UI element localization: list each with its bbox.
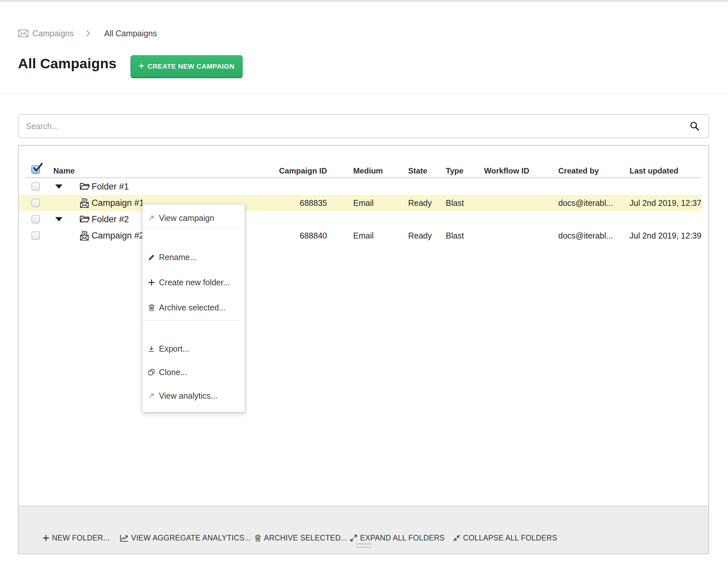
last-updated-cell: Jul 2nd 2019, 12:37:	[630, 198, 702, 208]
menu-item-view-analytics[interactable]: View analytics...	[143, 384, 245, 407]
footer-expand-all-folders-button[interactable]: EXPAND ALL FOLDERS	[350, 534, 445, 542]
menu-item-label: Export...	[159, 344, 189, 353]
select-all-checkbox[interactable]	[31, 165, 40, 174]
plus-icon	[147, 280, 155, 285]
menu-item-clone[interactable]: Clone...	[143, 360, 245, 384]
menu-item-label: Create new folder...	[159, 278, 230, 287]
medium-cell: Email	[353, 198, 374, 208]
page-title: All Campaigns	[18, 56, 116, 72]
type-cell: Blast	[446, 198, 464, 208]
trash-icon	[255, 535, 261, 541]
footer-archive-selected-button[interactable]: ARCHIVE SELECTED...	[255, 534, 347, 542]
menu-item-archive-selected[interactable]: Archive selected...	[143, 295, 245, 320]
campaigns-table: Name Campaign ID Medium State Type Workf…	[18, 145, 709, 554]
create-button-label: CREATE NEW CAMPAIGN	[147, 62, 234, 70]
menu-item-view-campaign[interactable]: View campaign	[143, 209, 245, 228]
row-checkbox[interactable]	[31, 199, 40, 207]
clone-icon	[147, 369, 155, 375]
all-campaigns-page: Campaigns All Campaigns All Campaigns + …	[0, 0, 728, 564]
type-cell: Blast	[446, 231, 464, 241]
menu-item-label: View campaign	[159, 214, 214, 223]
state-cell: Ready	[408, 231, 432, 241]
expand-icon	[350, 535, 357, 541]
state-cell: Ready	[408, 198, 432, 208]
last-updated-cell: Jul 2nd 2019, 12:39:	[630, 231, 702, 241]
folder-icon	[79, 215, 90, 224]
context-menu-group: Export...Clone...View analytics...	[143, 320, 245, 407]
medium-cell: Email	[353, 231, 374, 241]
footer-item-label: VIEW AGGREGATE ANALYTICS...	[131, 534, 251, 542]
trash-icon	[147, 304, 155, 311]
column-header-campaign-id[interactable]: Campaign ID	[258, 166, 327, 176]
campaign-id-cell: 688840	[258, 231, 327, 241]
column-header-created-by[interactable]: Created by	[558, 166, 599, 176]
context-menu-group: View campaign	[143, 209, 245, 228]
menu-item-create-new-folder[interactable]: Create new folder...	[143, 270, 245, 295]
campaign-name[interactable]: Campaign #1	[92, 198, 144, 208]
campaign-name[interactable]: Campaign #2	[92, 231, 144, 241]
table-rows: Folder #1Campaign #1688835EmailReadyBlas…	[19, 179, 708, 244]
download-icon	[147, 346, 155, 352]
menu-item-export[interactable]: Export...	[143, 337, 245, 360]
collapse-icon	[453, 535, 460, 541]
created-by-cell: docs@iterabl...	[558, 198, 613, 208]
menu-item-label: Clone...	[159, 367, 187, 377]
column-header-last-updated[interactable]: Last updated	[630, 166, 678, 176]
footer-item-label: COLLAPSE ALL FOLDERS	[463, 534, 557, 542]
footer-item-label: EXPAND ALL FOLDERS	[360, 534, 445, 542]
header-divider	[0, 94, 728, 94]
table-resize-handle[interactable]	[356, 543, 371, 548]
footer-view-aggregate-analytics-button[interactable]: VIEW AGGREGATE ANALYTICS...	[120, 534, 251, 542]
search-box	[18, 114, 709, 138]
breadcrumb-campaigns-link[interactable]: Campaigns	[32, 29, 74, 38]
breadcrumb-current: All Campaigns	[104, 29, 157, 38]
campaign-id-cell: 688835	[258, 198, 327, 208]
search-input[interactable]	[19, 115, 689, 138]
context-menu: View campaignRename...Create new folder.…	[142, 204, 245, 412]
envelope-icon	[18, 29, 28, 37]
menu-item-label: Archive selected...	[159, 303, 226, 312]
footer-item-label: NEW FOLDER...	[52, 534, 110, 542]
created-by-cell: docs@iterabl...	[558, 231, 613, 241]
column-header-workflow-id[interactable]: Workflow ID	[484, 166, 529, 176]
search-icon[interactable]	[689, 121, 700, 131]
plus-icon: +	[139, 61, 144, 71]
row-checkbox[interactable]	[31, 215, 40, 224]
column-header-name[interactable]: Name	[53, 166, 75, 176]
chevron-right-icon	[86, 30, 90, 37]
menu-item-label: View analytics...	[159, 391, 217, 401]
column-header-type[interactable]: Type	[446, 166, 463, 176]
top-hairline-bar	[0, 0, 728, 2]
campaign-envelope-icon	[79, 231, 89, 241]
table-row-folder[interactable]: Folder #2	[19, 211, 702, 228]
external-link-icon	[147, 393, 155, 399]
footer-item-label: ARCHIVE SELECTED...	[264, 534, 347, 542]
footer-new-folder-button[interactable]: NEW FOLDER...	[43, 534, 110, 542]
campaign-envelope-icon	[79, 198, 89, 209]
folder-name[interactable]: Folder #2	[92, 214, 129, 225]
row-checkbox[interactable]	[31, 182, 40, 191]
create-new-campaign-button[interactable]: + CREATE NEW CAMPAIGN	[130, 55, 243, 78]
table-row-campaign[interactable]: Campaign #2688840EmailReadyBlastdocs@ite…	[19, 228, 702, 244]
expander-triangle-icon[interactable]	[55, 217, 63, 222]
folder-name[interactable]: Folder #1	[92, 181, 129, 192]
menu-item-rename[interactable]: Rename...	[143, 245, 245, 270]
column-header-state[interactable]: State	[408, 166, 427, 176]
menu-item-label: Rename...	[159, 253, 197, 262]
breadcrumb: Campaigns All Campaigns	[18, 27, 157, 39]
table-row-campaign[interactable]: Campaign #1688835EmailReadyBlastdocs@ite…	[19, 195, 702, 211]
plus-icon	[43, 535, 49, 541]
external-link-icon	[147, 215, 155, 221]
table-row-folder[interactable]: Folder #1	[19, 179, 702, 195]
folder-icon	[79, 182, 90, 191]
analytics-icon	[120, 535, 128, 542]
context-menu-group: Rename...Create new folder...Archive sel…	[143, 228, 245, 320]
column-header-medium[interactable]: Medium	[353, 166, 383, 176]
expander-triangle-icon[interactable]	[55, 184, 63, 189]
row-checkbox[interactable]	[31, 231, 40, 240]
header-underline	[25, 178, 702, 178]
footer-collapse-all-folders-button[interactable]: COLLAPSE ALL FOLDERS	[453, 534, 557, 542]
footer-toolbar: NEW FOLDER...VIEW AGGREGATE ANALYTICS...…	[19, 505, 708, 554]
pencil-icon	[147, 254, 155, 261]
